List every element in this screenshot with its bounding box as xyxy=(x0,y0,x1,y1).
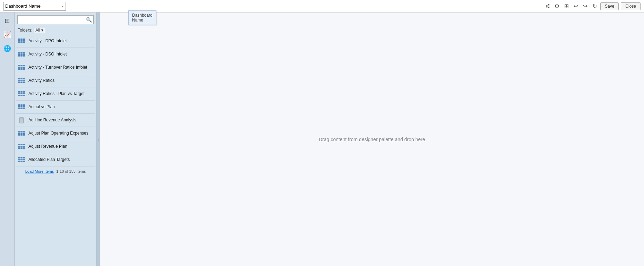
folders-row: Folders: All ▾ xyxy=(15,26,96,35)
content-panel: 🔍 Folders: All ▾ Activity - DPO Infolet xyxy=(15,12,97,266)
sidebar-icon-grid[interactable]: ⊞ xyxy=(2,15,13,26)
dashboard-title-input[interactable] xyxy=(5,3,61,9)
item-label: Adjust Plan Operating Expenses xyxy=(28,131,88,136)
sidebar-icon-chart[interactable]: 📈 xyxy=(2,29,13,40)
list-item[interactable]: Activity Ratios xyxy=(16,74,95,87)
item-grid-icon xyxy=(18,144,26,149)
folders-value: All xyxy=(35,28,40,33)
item-label: Ad Hoc Revenue Analysis xyxy=(28,118,76,123)
tooltip-text: DashboardName xyxy=(132,13,153,23)
item-grid-icon xyxy=(18,52,26,57)
list-item[interactable]: Activity - DPO Infolet xyxy=(16,35,95,48)
gear-icon[interactable]: ⚙ xyxy=(553,2,561,10)
list-item[interactable]: Ad Hoc Revenue Analysis xyxy=(16,114,95,127)
close-button[interactable]: Close xyxy=(621,2,641,10)
sidebar-icon-globe[interactable]: 🌐 xyxy=(2,43,13,54)
resize-handle[interactable]: ⋮ xyxy=(97,12,100,266)
canvas-placeholder-text: Drag content from designer palette and d… xyxy=(319,137,425,142)
title-clear-button[interactable]: × xyxy=(61,4,64,8)
item-grid-icon xyxy=(18,65,26,70)
forward-icon[interactable]: ↪ xyxy=(582,2,589,10)
svg-rect-0 xyxy=(19,118,24,123)
list-item[interactable]: Adjust Revenue Plan xyxy=(16,140,95,153)
save-button[interactable]: Save xyxy=(600,2,619,10)
item-grid-icon xyxy=(18,157,26,163)
sidebar-icons: ⊞ 📈 🌐 xyxy=(0,12,15,266)
item-label: Activity Ratios - Plan vs Target xyxy=(28,91,85,97)
folders-dropdown[interactable]: All ▾ xyxy=(34,27,45,33)
canvas-area[interactable]: Drag content from designer palette and d… xyxy=(100,12,644,266)
item-grid-icon xyxy=(18,38,26,44)
load-more-link[interactable]: Load More Items xyxy=(25,169,54,173)
search-bar: 🔍 xyxy=(17,15,94,24)
list-item[interactable]: Allocated Plan Targets xyxy=(16,153,95,166)
item-label: Allocated Plan Targets xyxy=(28,157,70,163)
search-input[interactable] xyxy=(19,17,86,22)
list-item[interactable]: Activity - DSO Infolet xyxy=(16,48,95,61)
item-label: Adjust Revenue Plan xyxy=(28,144,67,149)
item-grid-icon xyxy=(18,91,26,97)
top-bar: × DashboardName ⑆ ⚙ ⊞ ↩ ↪ ↻ Save Close xyxy=(0,0,644,12)
undo-icon[interactable]: ↩ xyxy=(572,2,579,10)
item-grid-icon xyxy=(18,78,26,84)
load-more-row: Load More Items 1-10 of 153 items xyxy=(16,166,95,175)
tooltip-box: DashboardName xyxy=(128,10,156,25)
list-item[interactable]: Activity Ratios - Plan vs Target xyxy=(16,87,95,101)
folders-label: Folders: xyxy=(17,28,32,33)
title-input-wrapper: × xyxy=(3,2,66,11)
svg-rect-1 xyxy=(20,119,23,119)
redo-icon[interactable]: ↻ xyxy=(591,2,598,10)
list-item[interactable]: Actual vs Plan xyxy=(16,101,95,114)
item-label: Activity - DPO Infolet xyxy=(28,38,67,44)
item-list: Activity - DPO Infolet Activity - DSO In… xyxy=(15,35,96,266)
load-more-count: 1-10 of 153 items xyxy=(56,169,86,173)
item-grid-icon xyxy=(18,131,26,136)
item-label: Activity - DSO Infolet xyxy=(28,52,67,57)
list-item[interactable]: Activity - Turnover Ratios Infolet xyxy=(16,61,95,74)
main-layout: ⊞ 📈 🌐 🔍 Folders: All ▾ xyxy=(0,12,644,266)
item-label: Activity - Turnover Ratios Infolet xyxy=(28,65,87,70)
list-item[interactable]: Adjust Plan Operating Expenses xyxy=(16,127,95,140)
item-grid-icon xyxy=(18,104,26,110)
search-icon[interactable]: 🔍 xyxy=(86,17,92,23)
item-label: Activity Ratios xyxy=(28,78,54,84)
diagram-icon[interactable]: ⑆ xyxy=(545,2,551,10)
item-label: Actual vs Plan xyxy=(28,104,55,110)
chevron-down-icon: ▾ xyxy=(41,28,43,33)
toolbar-icons: ⑆ ⚙ ⊞ ↩ ↪ ↻ Save Close xyxy=(545,2,641,10)
svg-rect-3 xyxy=(20,121,22,121)
svg-rect-2 xyxy=(20,120,23,120)
apps-icon[interactable]: ⊞ xyxy=(563,2,570,10)
item-page-icon xyxy=(18,118,26,123)
